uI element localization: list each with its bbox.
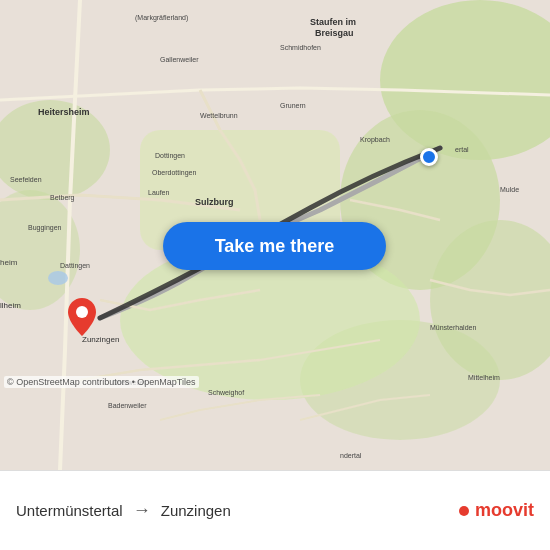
svg-text:Sulzburg: Sulzburg	[195, 197, 234, 207]
svg-text:heim: heim	[0, 258, 18, 267]
svg-text:Dottingen: Dottingen	[155, 152, 185, 160]
bottom-bar: Untermünstertal → Zunzingen moovit	[0, 470, 550, 550]
svg-text:Seefelden: Seefelden	[10, 176, 42, 183]
moovit-logo: moovit	[459, 500, 534, 521]
svg-text:(Markgräflerland): (Markgräflerland)	[135, 14, 188, 22]
svg-text:Mulde: Mulde	[500, 186, 519, 193]
svg-text:Münsterhalden: Münsterhalden	[430, 324, 476, 331]
map-copyright: © OpenStreetMap contributors • OpenMapTi…	[4, 376, 199, 388]
svg-text:Heitersheim: Heitersheim	[38, 107, 90, 117]
destination-pin	[68, 298, 96, 336]
moovit-brand-text: moovit	[475, 500, 534, 521]
to-location: Zunzingen	[161, 502, 231, 519]
take-me-there-button[interactable]: Take me there	[163, 222, 386, 270]
svg-text:Zunzingen: Zunzingen	[82, 335, 119, 344]
svg-text:Kropbach: Kropbach	[360, 136, 390, 144]
svg-text:Breisgau: Breisgau	[315, 28, 354, 38]
svg-text:llheim: llheim	[0, 301, 21, 310]
origin-pin	[420, 148, 438, 166]
svg-text:Schmidhofen: Schmidhofen	[280, 44, 321, 51]
svg-text:Schweighof: Schweighof	[208, 389, 244, 397]
svg-text:Oberdottingen: Oberdottingen	[152, 169, 196, 177]
svg-text:Gallenweiler: Gallenweiler	[160, 56, 199, 63]
svg-text:Staufen im: Staufen im	[310, 17, 356, 27]
map-container: Heitersheim Sulzburg Zunzingen Dattingen…	[0, 0, 550, 470]
from-location: Untermünstertal	[16, 502, 123, 519]
svg-text:Buggingen: Buggingen	[28, 224, 62, 232]
svg-text:ertal: ertal	[455, 146, 469, 153]
svg-text:ndertal: ndertal	[340, 452, 362, 459]
direction-arrow-icon: →	[133, 500, 151, 521]
svg-text:Laufen: Laufen	[148, 189, 170, 196]
svg-text:Dattingen: Dattingen	[60, 262, 90, 270]
svg-text:Mittelheim: Mittelheim	[468, 374, 500, 381]
svg-point-38	[48, 271, 68, 285]
moovit-dot-icon	[459, 506, 469, 516]
svg-text:Betberg: Betberg	[50, 194, 75, 202]
svg-text:Wettelbrunn: Wettelbrunn	[200, 112, 238, 119]
svg-point-39	[76, 306, 88, 318]
svg-text:Grunern: Grunern	[280, 102, 306, 109]
svg-text:Badenweiler: Badenweiler	[108, 402, 147, 409]
